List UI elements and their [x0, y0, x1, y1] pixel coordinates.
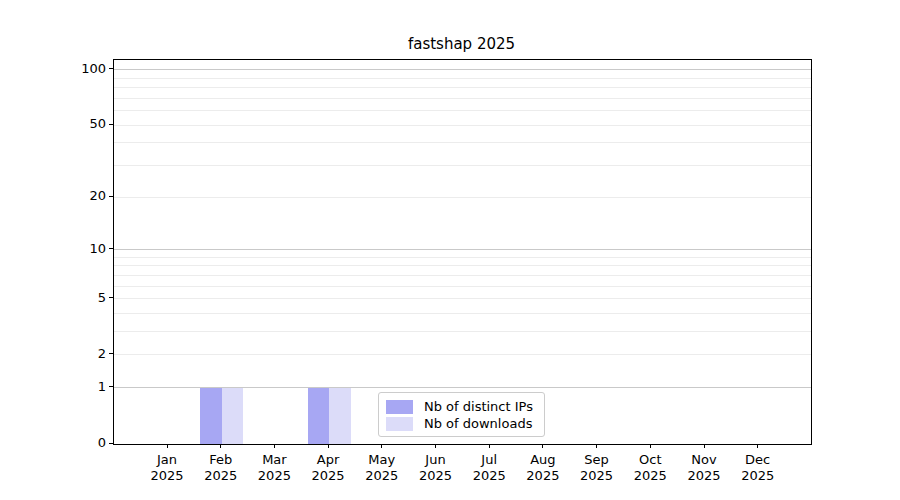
chart-title: fastshap 2025	[113, 34, 810, 54]
y-tick-label: 0	[46, 435, 106, 451]
bar-downloads	[222, 388, 244, 444]
legend-swatch-distinct-ips	[386, 400, 413, 414]
y-tick-label: 2	[46, 346, 106, 362]
y-tick-mark	[109, 248, 113, 249]
y-tick-label: 20	[46, 188, 106, 204]
x-tick-mark	[381, 444, 382, 448]
y-tick-mark	[109, 386, 113, 387]
y-tick-label: 1	[46, 379, 106, 395]
minor-gridline	[114, 286, 811, 287]
x-tick-mark	[274, 444, 275, 448]
y-tick-mark	[109, 353, 113, 354]
y-tick-label: 100	[46, 61, 106, 77]
x-tick-mark	[596, 444, 597, 448]
minor-gridline	[114, 331, 811, 332]
y-tick-mark	[109, 68, 113, 69]
y-tick-label: 5	[46, 290, 106, 306]
legend-label-downloads: Nb of downloads	[424, 415, 532, 432]
minor-gridline	[114, 257, 811, 258]
minor-gridline	[114, 354, 811, 355]
minor-gridline	[114, 142, 811, 143]
x-tick-mark	[757, 444, 758, 448]
minor-gridline	[114, 197, 811, 198]
x-tick-mark	[328, 444, 329, 448]
plot-area	[113, 59, 812, 445]
y-tick-mark	[109, 196, 113, 197]
y-tick-label: 50	[46, 116, 106, 132]
x-tick-mark	[542, 444, 543, 448]
minor-gridline	[114, 313, 811, 314]
legend: Nb of distinct IPs Nb of downloads	[378, 392, 545, 437]
legend-item-distinct-ips: Nb of distinct IPs	[386, 398, 537, 415]
x-tick-mark	[220, 444, 221, 448]
y-tick-mark	[109, 443, 113, 444]
major-gridline	[114, 69, 811, 70]
minor-gridline	[114, 275, 811, 276]
legend-label-distinct-ips: Nb of distinct IPs	[424, 398, 533, 415]
y-tick-label: 10	[46, 241, 106, 257]
minor-gridline	[114, 110, 811, 111]
minor-gridline	[114, 265, 811, 266]
bar-distinct-ips	[200, 388, 222, 444]
y-tick-mark	[109, 297, 113, 298]
bar-downloads	[329, 388, 351, 444]
x-tick-mark	[650, 444, 651, 448]
bar-distinct-ips	[308, 388, 330, 444]
x-tick-mark	[489, 444, 490, 448]
minor-gridline	[114, 87, 811, 88]
minor-gridline	[114, 98, 811, 99]
x-tick-label: Dec2025	[726, 452, 790, 484]
minor-gridline	[114, 125, 811, 126]
minor-gridline	[114, 298, 811, 299]
minor-gridline	[114, 165, 811, 166]
y-tick-mark	[109, 124, 113, 125]
legend-swatch-downloads	[386, 417, 413, 431]
legend-item-downloads: Nb of downloads	[386, 415, 537, 432]
major-gridline	[114, 249, 811, 250]
x-tick-mark	[167, 444, 168, 448]
x-tick-mark	[435, 444, 436, 448]
chart-figure: fastshap 2025 0125102050100 Jan2025Feb20…	[0, 0, 900, 500]
minor-gridline	[114, 78, 811, 79]
x-tick-mark	[704, 444, 705, 448]
